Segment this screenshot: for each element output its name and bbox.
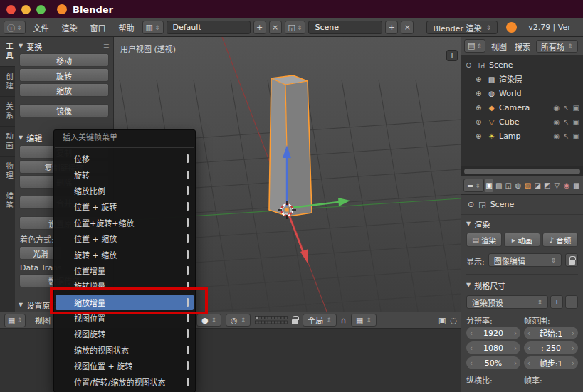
tab-texture-icon[interactable]: ▦	[572, 179, 581, 192]
screen-layout-field[interactable]: Default	[167, 21, 251, 34]
menu-item-visual-rotation[interactable]: 视图旋转	[54, 326, 195, 341]
outliner-row-scene[interactable]: ⊖ ◲ Scene	[461, 58, 583, 72]
transform-panel-header[interactable]: ▼ 变换 ≡	[19, 40, 110, 52]
stepper-right-icon[interactable]: ›	[572, 344, 574, 352]
selectable-arrow-icon[interactable]: ↖	[563, 118, 569, 126]
opengl-render-anim-icon[interactable]: ◌	[450, 316, 457, 325]
menu-item-visual-location[interactable]: 视图位置	[54, 310, 195, 326]
transform-orientation-dropdown[interactable]: 全局 ⇕	[303, 314, 337, 327]
outliner-view-menu[interactable]: 视图	[489, 41, 509, 52]
lock-icon[interactable]	[292, 319, 298, 324]
pivot-point-dropdown[interactable]: ◎ ⇕	[226, 314, 251, 327]
outliner-row-renderlayers[interactable]: ⊕ ▤ 渲染层	[461, 72, 583, 86]
collapse-icon[interactable]: ⊖	[466, 61, 474, 69]
stepper-left-icon[interactable]: ‹	[470, 329, 473, 337]
render-image-button[interactable]: ▤ 渲染	[466, 233, 502, 247]
stepper-left-icon[interactable]: ‹	[470, 359, 473, 367]
outliner-row-lamp[interactable]: ⊕ ☀ Lamp ◉ ↖ ▣	[461, 129, 583, 143]
tab-relations[interactable]: 关系	[0, 97, 15, 127]
snap-magnet-icon[interactable]: ∩	[341, 316, 347, 325]
tab-world-icon[interactable]: ◍	[514, 179, 523, 192]
render-audio-button[interactable]: ♪ 音频	[542, 233, 578, 247]
menu-item-delta-rotation[interactable]: 旋转增量	[54, 278, 195, 294]
window-close-button[interactable]	[6, 5, 16, 14]
menu-item-locrotscale[interactable]: 位置+旋转+缩放	[54, 215, 195, 231]
outliner-search-menu[interactable]: 搜索	[513, 41, 532, 52]
scene-browse-button[interactable]: ◲ ⇕	[285, 21, 306, 34]
selectable-arrow-icon[interactable]: ↖	[563, 132, 569, 140]
expand-icon[interactable]: ⊕	[476, 118, 484, 126]
renderable-camera-icon[interactable]: ▣	[573, 132, 579, 140]
renderable-camera-icon[interactable]: ▣	[573, 118, 579, 126]
mirror-button[interactable]: 镜像	[19, 104, 109, 117]
expand-icon[interactable]: ⊕	[476, 90, 484, 97]
render-engine-dropdown[interactable]: Blender 渲染 ⇕	[426, 21, 498, 34]
screen-browse-button[interactable]: ▥ ⇕	[142, 21, 164, 34]
window-minimize-button[interactable]	[21, 5, 31, 14]
expand-icon[interactable]: ⊕	[476, 132, 484, 140]
preset-remove-button[interactable]: −	[565, 295, 578, 309]
stepper-left-icon[interactable]: ‹	[470, 344, 473, 352]
tab-constraints-icon[interactable]: ◪	[533, 179, 542, 192]
render-animation-button[interactable]: ▸ 动画	[504, 233, 540, 247]
tab-grease-pencil[interactable]: 蜡笔	[0, 186, 15, 216]
expand-icon[interactable]: ⊕	[476, 75, 484, 83]
menu-item-rotation[interactable]: 旋转	[54, 166, 195, 182]
stepper-right-icon[interactable]: ›	[514, 329, 517, 337]
visibility-eye-icon[interactable]: ◉	[553, 132, 560, 140]
rotate-button[interactable]: 旋转	[19, 68, 109, 82]
tab-animation[interactable]: 动画	[0, 127, 15, 157]
outliner-scrollbar[interactable]	[461, 166, 583, 176]
tab-modifiers-icon[interactable]: ◩	[543, 179, 552, 192]
snap-element-dropdown[interactable]: ▦ ⇕	[351, 314, 377, 327]
frame-start-field[interactable]: ‹ 起始:1 ›	[524, 327, 578, 339]
frame-end-field[interactable]: ‹ : 250 ›	[524, 341, 578, 354]
outliner-editor-type-button[interactable]: ▤ ⇕	[464, 39, 485, 53]
resolution-percentage-field[interactable]: ‹ 50% ›	[466, 356, 520, 369]
info-editor-type-button[interactable]: ⓘ ⇕	[4, 21, 26, 34]
tab-create[interactable]: 创建	[0, 67, 15, 97]
expand-icon[interactable]: ⊕	[476, 104, 484, 112]
outliner-row-cube[interactable]: ⊕ ▽ Cube ◉ ↖ ▣	[461, 115, 583, 129]
outliner-row-world[interactable]: ⊕ ◍ World	[461, 86, 583, 100]
menu-item-locrot[interactable]: 位置 + 旋转	[54, 198, 195, 214]
menu-help[interactable]: 帮助	[114, 22, 140, 33]
lock-interface-button[interactable]	[565, 253, 578, 267]
menu-window[interactable]: 窗口	[85, 22, 111, 33]
sidebar-toggle-button[interactable]: +	[446, 50, 458, 61]
menu-item-location[interactable]: 位移	[54, 151, 195, 166]
tab-scene-icon[interactable]: ◲	[504, 179, 513, 192]
menu-file[interactable]: 文件	[28, 22, 54, 33]
menu-render[interactable]: 渲染	[57, 22, 83, 33]
display-mode-dropdown[interactable]: 图像编辑 ⇕	[488, 253, 562, 267]
menu-item-visual-locrotscale[interactable]: 位置/旋转/缩放的视图状态	[54, 374, 195, 389]
tab-data-icon[interactable]: ▽	[552, 179, 562, 192]
viewport-shading-dropdown[interactable]: ● ⇕	[196, 314, 221, 327]
stepper-right-icon[interactable]: ›	[572, 359, 574, 367]
tab-object-icon[interactable]: ▧	[523, 179, 532, 192]
visibility-eye-icon[interactable]: ◉	[553, 104, 560, 112]
scene-name-field[interactable]: Scene	[308, 21, 382, 34]
visibility-eye-icon[interactable]: ◉	[553, 118, 560, 126]
outliner-filter-dropdown[interactable]: 所有场 ⇕	[536, 40, 578, 53]
tab-render-layers-icon[interactable]: ▤	[494, 179, 503, 192]
render-panel-header[interactable]: ▼ 渲染	[466, 218, 578, 230]
stepper-right-icon[interactable]: ›	[514, 344, 517, 352]
stepper-right-icon[interactable]: ›	[572, 329, 574, 337]
window-maximize-button[interactable]	[36, 5, 46, 14]
outliner-row-camera[interactable]: ⊕ ◆ Camera ◉ ↖ ▣	[461, 100, 583, 115]
screen-delete-button[interactable]: ×	[269, 21, 282, 34]
pin-icon[interactable]: ⊙	[468, 200, 474, 209]
stepper-right-icon[interactable]: ›	[514, 359, 517, 367]
stepper-left-icon[interactable]: ‹	[527, 359, 530, 367]
scale-button[interactable]: 缩放	[19, 83, 109, 97]
menu-item-delta-scale[interactable]: 缩放增量	[56, 295, 194, 310]
screen-add-button[interactable]: +	[253, 21, 266, 34]
stepper-left-icon[interactable]: ‹	[527, 329, 530, 337]
tab-material-icon[interactable]: ◉	[562, 179, 572, 192]
properties-editor-type-button[interactable]: ≡ ⇕	[463, 179, 484, 192]
menu-item-visual-locrot[interactable]: 视图位置 + 旋转	[54, 358, 195, 374]
viewport-view-menu[interactable]: 视图	[30, 314, 56, 326]
tab-render-icon[interactable]: ▣	[485, 179, 494, 192]
preset-add-button[interactable]: +	[550, 295, 563, 309]
